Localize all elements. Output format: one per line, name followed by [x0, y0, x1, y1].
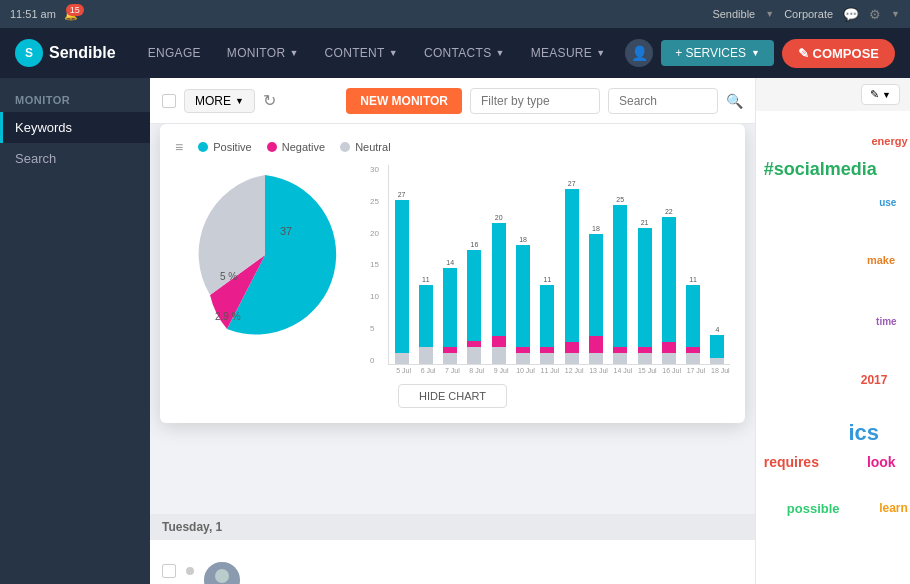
nav-item-engage[interactable]: ENGAGE [136, 28, 213, 78]
chevron-down-icon: ▼ [751, 48, 760, 58]
right-panel: ✎ ▼ #socialmediaenergyusemaketime2017ics… [755, 78, 910, 584]
bar-positive [467, 250, 481, 341]
pie-chart: 37 2.9 % 5 % [175, 165, 355, 349]
bar-group: 11 [416, 165, 435, 364]
chart-legend: Positive Negative Neutral [198, 141, 390, 153]
chart-body: 37 2.9 % 5 % 30 25 20 [175, 165, 730, 374]
bar-group: 4 [708, 165, 727, 364]
bar-neutral [443, 353, 457, 364]
nav-item-measure[interactable]: MEASURE ▼ [519, 28, 618, 78]
bar-positive [443, 268, 457, 347]
chevron-down-icon: ▼ [235, 96, 244, 106]
bar-group: 18 [586, 165, 605, 364]
logo[interactable]: S Sendible [15, 39, 116, 67]
notification-bell[interactable]: 🔔 15 [64, 8, 78, 21]
word-cloud-word[interactable]: use [879, 197, 896, 208]
bar-neutral [467, 347, 481, 364]
nav-item-monitor[interactable]: MONITOR ▼ [215, 28, 311, 78]
bar-positive [638, 228, 652, 347]
nav-items: ENGAGE MONITOR ▼ CONTENT ▼ CONTACTS ▼ ME… [136, 28, 626, 78]
chevron-down-icon[interactable]: ▼ [891, 9, 900, 19]
chevron-down-icon: ▼ [495, 48, 504, 58]
nav-item-contacts[interactable]: CONTACTS ▼ [412, 28, 517, 78]
bar-neutral [710, 358, 724, 364]
services-button[interactable]: + SERVICES ▼ [661, 40, 774, 66]
content-area: MORE ▼ ↻ NEW MONITOR 🔍 ≡ P [150, 78, 755, 584]
word-cloud-word[interactable]: look [867, 454, 896, 470]
bar-negative [565, 342, 579, 353]
feed-item-placeholder [150, 540, 755, 584]
pie-label-neutral: 5 % [220, 271, 237, 282]
bar-neutral [589, 353, 603, 364]
word-cloud-word[interactable]: 2017 [861, 373, 888, 387]
word-cloud-word[interactable]: #socialmedia [764, 159, 877, 180]
nav-item-content[interactable]: CONTENT ▼ [313, 28, 410, 78]
bar-positive [516, 245, 530, 347]
sidebar-header: MONITOR [0, 88, 150, 112]
bar-positive [662, 217, 676, 342]
pie-label-negative: 2.9 % [215, 311, 241, 322]
compose-button[interactable]: ✎ COMPOSE [782, 39, 895, 68]
negative-color-dot [267, 142, 277, 152]
bar-group: 11 [683, 165, 702, 364]
notification-count: 15 [66, 4, 84, 16]
legend-positive: Positive [198, 141, 252, 153]
bar-negative [662, 342, 676, 353]
sidebar-item-keywords[interactable]: Keywords [0, 112, 150, 143]
hamburger-icon[interactable]: ≡ [175, 139, 183, 155]
filter-input[interactable] [470, 88, 600, 114]
bar-neutral [419, 347, 433, 364]
pie-label-positive: 37 [280, 225, 292, 237]
chevron-down-icon: ▼ [882, 90, 891, 100]
word-cloud-word[interactable]: possible [787, 501, 840, 516]
search-input[interactable] [608, 88, 718, 114]
bar-chart: 30 25 20 15 10 5 0 271114162018112718252… [370, 165, 730, 374]
search-button[interactable]: 🔍 [726, 93, 743, 109]
word-cloud-word[interactable]: energy [872, 135, 908, 147]
svg-point-1 [215, 569, 229, 583]
word-cloud-word[interactable]: make [867, 254, 895, 266]
bar-group: 11 [538, 165, 557, 364]
bar-group: 27 [392, 165, 411, 364]
top-bar: 11:51 am 🔔 15 Sendible ▼ Corporate 💬 ⚙ ▼ [0, 0, 910, 28]
bar-negative [492, 336, 506, 347]
sidebar-item-search[interactable]: Search [0, 143, 150, 174]
logo-text: Sendible [49, 44, 116, 62]
word-cloud-word[interactable]: requires [764, 454, 819, 470]
bar-group: 18 [513, 165, 532, 364]
word-cloud-word[interactable]: learn [879, 501, 908, 515]
new-monitor-button[interactable]: NEW MONITOR [346, 88, 462, 114]
more-button[interactable]: MORE ▼ [184, 89, 255, 113]
bar-positive [589, 234, 603, 336]
gear-icon[interactable]: ⚙ [869, 7, 881, 22]
bar-neutral [638, 353, 652, 364]
feed-avatar [204, 562, 240, 585]
feed-section-tuesday: Tuesday, 1 [150, 514, 755, 540]
logo-icon: S [15, 39, 43, 67]
sidebar: MONITOR Keywords Search [0, 78, 150, 584]
bar-positive [565, 189, 579, 342]
right-panel-header: ✎ ▼ [756, 78, 910, 111]
hide-chart-button[interactable]: HIDE CHART [398, 384, 507, 408]
chart-header: ≡ Positive Negative Neutral [175, 139, 730, 155]
bar-positive [686, 285, 700, 347]
bar-positive [419, 285, 433, 347]
bar-neutral [492, 347, 506, 364]
chevron-down-icon: ▼ [596, 48, 605, 58]
bar-neutral [395, 353, 409, 364]
bar-positive [613, 205, 627, 347]
feed-item-checkbox[interactable] [162, 564, 176, 578]
legend-negative: Negative [267, 141, 325, 153]
user-avatar[interactable]: 👤 [625, 39, 653, 67]
bar-group: 16 [465, 165, 484, 364]
chat-icon[interactable]: 💬 [843, 7, 859, 22]
word-cloud-word[interactable]: time [876, 316, 897, 327]
bar-negative [589, 336, 603, 353]
edit-button[interactable]: ✎ ▼ [861, 84, 900, 105]
neutral-color-dot [340, 142, 350, 152]
nav-right: 👤 + SERVICES ▼ ✎ COMPOSE [625, 39, 895, 68]
bar-group: 21 [635, 165, 654, 364]
select-all-checkbox[interactable] [162, 94, 176, 108]
word-cloud-word[interactable]: ics [848, 420, 879, 446]
refresh-button[interactable]: ↻ [263, 91, 276, 110]
